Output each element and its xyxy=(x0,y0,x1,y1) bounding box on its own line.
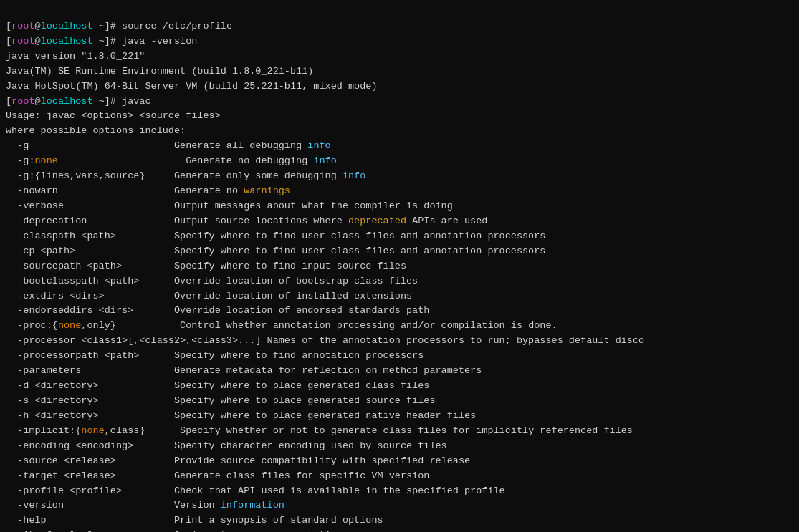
prompt-host: localhost xyxy=(41,21,93,32)
line-help: -help Print a synopsis of standard optio… xyxy=(6,515,383,526)
line-verbose: -verbose Output messages about what the … xyxy=(6,200,453,211)
line-cp: -cp <path> Specify where to find user cl… xyxy=(6,246,545,256)
line-implicit: -implicit:{ xyxy=(6,425,81,436)
line-proc-rest: ,only} Control whether annotation proces… xyxy=(81,320,557,331)
line-g-none: -g: xyxy=(6,155,35,166)
info-2: info xyxy=(313,155,336,166)
prompt-user: root xyxy=(11,21,34,32)
line-extdirs: -extdirs <dirs> Override location of ins… xyxy=(6,291,412,301)
line-proc: -proc:{ xyxy=(6,320,58,331)
prompt-rest3: ~]# javac xyxy=(93,96,151,107)
line-deprecation: -deprecation Output source locations whe… xyxy=(6,216,348,226)
line-encoding: -encoding <encoding> Specify character e… xyxy=(6,440,447,451)
prompt-user2: root xyxy=(11,36,34,47)
prompt-at: @ xyxy=(35,21,41,32)
line-h: -h <directory> Specify where to place ge… xyxy=(6,410,476,421)
line-processor: -processor <class1>[,<class2>,<class3>..… xyxy=(6,335,644,346)
information-1: information xyxy=(221,500,284,511)
line-target: -target <release> Generate class files f… xyxy=(6,470,429,481)
prompt-at3: @ xyxy=(35,96,41,107)
none-1: none xyxy=(35,155,58,166)
prompt-rest2: ~]# java -version xyxy=(93,36,198,47)
line-javac-cmd: [ xyxy=(6,96,11,107)
line-where: where possible options include: xyxy=(6,125,186,136)
warnings-1: warnings xyxy=(244,185,290,196)
line-bootclasspath: -bootclasspath <path> Override location … xyxy=(6,276,418,286)
line-version: -version Version xyxy=(6,500,221,511)
info-3: info xyxy=(343,170,365,181)
line-source: -source <release> Provide source compati… xyxy=(6,455,470,466)
none-2: none xyxy=(58,320,81,331)
line-endorseddirs: -endorseddirs <dirs> Override location o… xyxy=(6,305,429,316)
terminal-window: [root@localhost ~]# source /etc/profile … xyxy=(0,0,799,532)
line-nowarn: -nowarn Generate no xyxy=(6,185,244,196)
line-d: -d <directory> Specify where to place ge… xyxy=(6,380,429,391)
line-java-se: Java(TM) SE Runtime Environment (build 1… xyxy=(6,66,313,77)
line-java-ver: java version "1.8.0_221" xyxy=(6,51,145,62)
line-g-lines: -g:{lines,vars,source} Generate only som… xyxy=(6,170,343,181)
line-java-hotspot: Java HotSpot(TM) 64-Bit Server VM (build… xyxy=(6,81,377,92)
line-s: -s <directory> Specify where to place ge… xyxy=(6,395,436,406)
prompt-path: ~]# source /etc/profile xyxy=(93,21,232,32)
prompt-host3: localhost xyxy=(41,96,93,107)
line-sourcepath: -sourcepath <path> Specify where to find… xyxy=(6,261,406,271)
line-usage: Usage: javac <options> <source files> xyxy=(6,110,221,121)
line-profile: -profile <profile> Check that API used i… xyxy=(6,485,505,496)
line-java-version-cmd: [ xyxy=(6,36,11,47)
line-g: -g Generate all debugging xyxy=(6,140,307,151)
prompt-bracket-open: [ xyxy=(6,21,11,32)
line-dep-rest: APIs are used xyxy=(406,216,487,226)
prompt-user3: root xyxy=(11,96,34,107)
none-3: none xyxy=(81,425,104,436)
line-g-none-rest: Generate no debugging xyxy=(58,155,313,166)
line-classpath: -classpath <path> Specify where to find … xyxy=(6,231,545,241)
prompt-host2: localhost xyxy=(41,36,93,47)
deprecated-1: deprecated xyxy=(348,216,406,226)
line-processorpath: -processorpath <path> Specify where to f… xyxy=(6,350,424,361)
line-parameters: -parameters Generate metadata for reflec… xyxy=(6,365,482,376)
prompt-at2: @ xyxy=(35,36,41,47)
info-1: info xyxy=(307,140,330,151)
line-implicit-rest: ,class} Specify whether or not to genera… xyxy=(105,425,633,436)
